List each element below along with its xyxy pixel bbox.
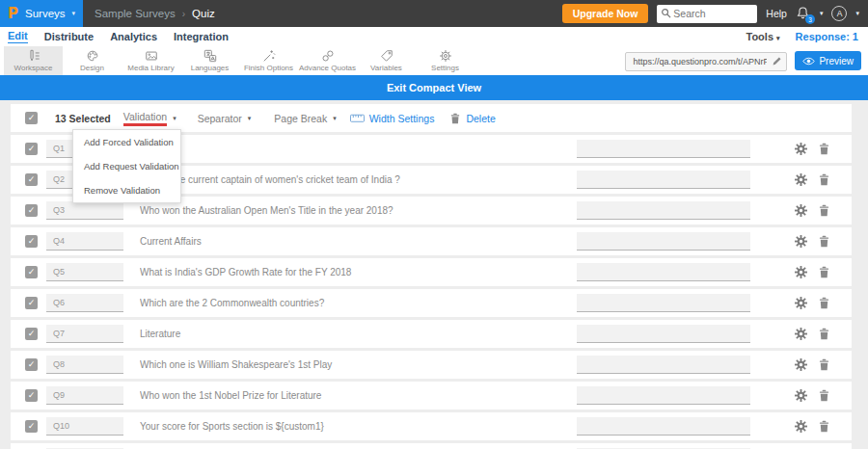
toolbar-tab-variables[interactable]: Variables <box>357 46 416 75</box>
row-delete-trash-icon[interactable] <box>818 143 830 155</box>
answer-input[interactable] <box>577 232 750 251</box>
toolbar-tab-languages[interactable]: Languages <box>180 46 239 75</box>
account-chevron-icon[interactable]: ▾ <box>855 10 859 17</box>
row-checkbox[interactable]: ✓ <box>25 143 38 155</box>
upgrade-now-button[interactable]: Upgrade Now <box>562 4 649 23</box>
breadcrumb: Sample Surveys › Quiz <box>95 8 215 19</box>
translate-icon <box>203 49 217 63</box>
eye-icon <box>802 57 815 66</box>
row-settings-gear-icon[interactable] <box>795 204 807 217</box>
toolbar-tab-media-library[interactable]: Media Library <box>122 46 180 75</box>
tab-distribute[interactable]: Distribute <box>44 31 94 42</box>
row-settings-gear-icon[interactable] <box>795 328 807 340</box>
surveys-product-menu[interactable]: P Surveys ▾ <box>0 0 83 27</box>
answer-input[interactable] <box>577 417 750 436</box>
question-code-input[interactable] <box>46 386 123 405</box>
chevron-down-icon: ▾ <box>72 10 76 17</box>
palette-icon <box>86 49 99 63</box>
compact-view-bar: Exit Compact View <box>0 75 868 100</box>
question-row: ✓ Which one is William Shakespeare's 1st… <box>11 351 852 379</box>
question-text: What is India's GDP Growth Rate for the … <box>140 267 577 277</box>
separator-dropdown[interactable]: Separator ▾ <box>198 113 252 124</box>
row-delete-trash-icon[interactable] <box>818 173 830 186</box>
question-code-input[interactable] <box>46 325 123 343</box>
menu-item-remove-validation[interactable]: Remove Validation <box>73 178 180 202</box>
question-code-input[interactable] <box>46 356 123 374</box>
survey-url-input[interactable] <box>625 52 787 71</box>
row-settings-gear-icon[interactable] <box>795 358 807 371</box>
row-checkbox[interactable]: ✓ <box>25 173 38 186</box>
row-delete-trash-icon[interactable] <box>818 297 830 309</box>
question-row: ✓ Which are the 2 Commonwealth countries… <box>11 289 852 317</box>
row-delete-trash-icon[interactable] <box>818 204 830 217</box>
answer-input[interactable] <box>577 294 750 312</box>
row-checkbox[interactable]: ✓ <box>25 235 38 248</box>
row-checkbox[interactable]: ✓ <box>25 266 38 278</box>
row-delete-trash-icon[interactable] <box>818 420 830 433</box>
chevron-down-icon: ▾ <box>248 115 252 122</box>
question-code-input[interactable] <box>46 201 123 220</box>
question-row: ✓ Your score for Sports section is ${cus… <box>11 412 852 440</box>
questionpro-logo: P <box>8 5 18 22</box>
toolbar-tab-finish-options[interactable]: Finish Options <box>239 46 298 75</box>
row-checkbox[interactable]: ✓ <box>25 297 38 309</box>
menu-item-add-forced-validation[interactable]: Add Forced Validation <box>73 130 180 154</box>
answer-input[interactable] <box>577 171 750 189</box>
tab-integration[interactable]: Integration <box>174 31 229 42</box>
row-settings-gear-icon[interactable] <box>795 173 807 186</box>
row-delete-trash-icon[interactable] <box>818 328 830 340</box>
response-count-link[interactable]: Response: 1 <box>796 31 858 42</box>
menu-item-add-request-validation[interactable]: Add Request Validation <box>73 154 180 178</box>
preview-button[interactable]: Preview <box>795 51 861 70</box>
row-delete-trash-icon[interactable] <box>818 389 830 402</box>
row-delete-trash-icon[interactable] <box>818 235 830 248</box>
answer-input[interactable] <box>577 325 750 343</box>
breadcrumb-parent[interactable]: Sample Surveys <box>95 8 176 19</box>
row-settings-gear-icon[interactable] <box>795 297 807 309</box>
question-code-input[interactable] <box>46 232 123 251</box>
tab-edit[interactable]: Edit <box>8 30 28 43</box>
notifications-chevron-icon[interactable]: ▾ <box>820 10 824 17</box>
answer-input[interactable] <box>577 386 750 405</box>
avatar[interactable]: A <box>831 6 847 21</box>
answer-input[interactable] <box>577 201 750 220</box>
notifications-bell-icon[interactable]: 3 <box>796 6 811 21</box>
search-input[interactable] <box>657 5 757 23</box>
answer-input[interactable] <box>577 356 750 374</box>
question-code-input[interactable] <box>46 263 123 281</box>
validation-dropdown[interactable]: Validation ▾ <box>123 111 176 126</box>
toolbar-tab-settings[interactable]: Settings <box>416 46 475 75</box>
row-checkbox[interactable]: ✓ <box>25 389 38 402</box>
row-checkbox[interactable]: ✓ <box>25 328 38 340</box>
question-row: ✓ Literature <box>11 320 852 348</box>
row-settings-gear-icon[interactable] <box>795 266 807 278</box>
question-code-input[interactable] <box>46 294 123 312</box>
row-settings-gear-icon[interactable] <box>795 143 807 155</box>
width-settings-button[interactable]: Width Settings <box>350 113 435 124</box>
survey-url-field <box>625 51 787 71</box>
row-delete-trash-icon[interactable] <box>818 358 830 371</box>
tab-analytics[interactable]: Analytics <box>110 31 157 42</box>
delete-button[interactable]: Delete <box>449 113 495 124</box>
select-all-checkbox[interactable]: ✓ <box>25 112 38 124</box>
toolbar-tab-advance-quotas[interactable]: Advance Quotas <box>298 46 357 75</box>
row-settings-gear-icon[interactable] <box>795 389 807 402</box>
page-break-dropdown[interactable]: Page Break ▾ <box>274 113 336 124</box>
answer-input[interactable] <box>577 140 750 158</box>
help-link[interactable]: Help <box>766 8 787 19</box>
tools-menu[interactable]: Tools ▾ <box>746 31 779 42</box>
row-settings-gear-icon[interactable] <box>795 235 807 248</box>
toolbar-tab-workspace[interactable]: Workspace <box>4 46 63 75</box>
row-checkbox[interactable]: ✓ <box>25 420 38 433</box>
toolbar-tab-design[interactable]: Design <box>63 46 122 75</box>
row-delete-trash-icon[interactable] <box>818 266 830 278</box>
row-checkbox[interactable]: ✓ <box>25 204 38 217</box>
row-checkbox[interactable]: ✓ <box>25 358 38 371</box>
tag-icon <box>380 49 393 63</box>
question-code-input[interactable] <box>46 417 123 436</box>
search-box <box>657 4 757 23</box>
answer-input[interactable] <box>577 263 750 281</box>
row-settings-gear-icon[interactable] <box>795 420 807 433</box>
edit-pencil-icon[interactable] <box>772 56 782 66</box>
exit-compact-view-button[interactable]: Exit Compact View <box>387 82 481 93</box>
